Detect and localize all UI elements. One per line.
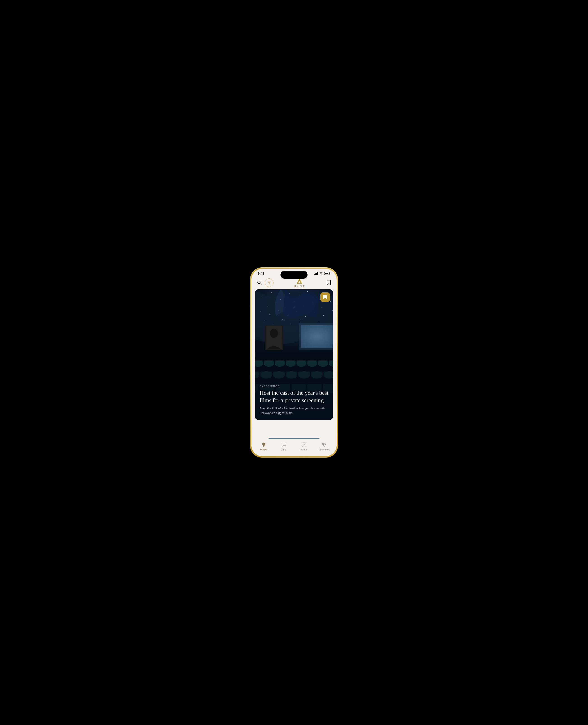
dream-icon bbox=[261, 442, 267, 447]
svg-point-14 bbox=[307, 291, 308, 292]
hero-category: EXPERIENCE bbox=[259, 385, 329, 387]
logo-text: MYRIA bbox=[294, 285, 305, 287]
svg-point-37 bbox=[292, 324, 292, 324]
svg-point-26 bbox=[269, 314, 270, 315]
svg-point-36 bbox=[282, 319, 284, 320]
tab-status[interactable]: Status bbox=[296, 441, 312, 452]
svg-point-102 bbox=[323, 445, 325, 446]
svg-point-30 bbox=[305, 316, 306, 317]
svg-rect-6 bbox=[297, 283, 302, 283]
myria-logo-icon bbox=[295, 278, 303, 284]
phone-frame: 9:41 bbox=[250, 268, 338, 457]
status-time: 9:41 bbox=[258, 272, 264, 275]
search-button[interactable] bbox=[256, 279, 262, 286]
svg-point-100 bbox=[322, 443, 324, 445]
bookmark-filled-icon bbox=[323, 295, 327, 300]
tab-chat-label: Chat bbox=[281, 448, 286, 451]
svg-rect-47 bbox=[301, 325, 333, 348]
dynamic-island bbox=[280, 271, 308, 279]
tab-community-label: Community bbox=[319, 448, 330, 451]
svg-rect-99 bbox=[302, 443, 306, 447]
battery-icon bbox=[324, 272, 330, 275]
community-icon bbox=[321, 442, 327, 447]
svg-point-40 bbox=[319, 322, 319, 322]
svg-line-1 bbox=[260, 283, 261, 285]
svg-point-23 bbox=[321, 307, 321, 307]
svg-rect-51 bbox=[266, 326, 282, 349]
tab-bar: Dream Chat Status bbox=[251, 439, 337, 456]
svg-point-101 bbox=[325, 443, 326, 445]
svg-point-25 bbox=[260, 312, 260, 312]
svg-point-38 bbox=[301, 321, 301, 321]
hero-title: Host the cast of the year's best films f… bbox=[259, 389, 329, 404]
filter-button[interactable] bbox=[265, 278, 273, 287]
svg-marker-5 bbox=[297, 278, 302, 283]
app-logo: MYRIA bbox=[294, 278, 305, 287]
bookmark-icon bbox=[326, 280, 331, 285]
svg-point-32 bbox=[323, 315, 324, 316]
tab-dream[interactable]: Dream bbox=[256, 441, 272, 452]
hero-content: EXPERIENCE Host the cast of the year's b… bbox=[255, 381, 333, 420]
svg-point-17 bbox=[267, 305, 267, 305]
tab-dream-label: Dream bbox=[260, 448, 267, 451]
header-left bbox=[256, 278, 273, 287]
svg-point-10 bbox=[271, 292, 272, 293]
tab-community[interactable]: Community bbox=[316, 441, 332, 452]
phone-screen: 9:41 bbox=[251, 269, 337, 456]
wifi-icon bbox=[319, 272, 323, 275]
content-area: EXPERIENCE Host the cast of the year's b… bbox=[251, 289, 337, 436]
svg-point-33 bbox=[332, 311, 333, 311]
svg-point-35 bbox=[274, 323, 274, 323]
bottom-bar: Dream Chat Status bbox=[251, 436, 337, 456]
signal-icon bbox=[314, 272, 318, 275]
search-icon bbox=[257, 280, 262, 285]
header-bookmark-button[interactable] bbox=[326, 279, 332, 286]
status-icons bbox=[314, 272, 331, 275]
svg-point-24 bbox=[330, 301, 331, 302]
hero-bookmark-badge[interactable] bbox=[320, 292, 330, 302]
tab-chat[interactable]: Chat bbox=[276, 441, 292, 452]
svg-point-9 bbox=[262, 296, 263, 296]
tab-status-label: Status bbox=[301, 448, 307, 451]
chat-icon bbox=[281, 442, 287, 447]
hero-description: Bring the thrill of a film festival into… bbox=[259, 406, 329, 415]
svg-point-34 bbox=[265, 321, 265, 321]
filter-icon bbox=[267, 280, 271, 285]
status-icon bbox=[301, 442, 307, 447]
hero-card[interactable]: EXPERIENCE Host the cast of the year's b… bbox=[255, 289, 333, 420]
